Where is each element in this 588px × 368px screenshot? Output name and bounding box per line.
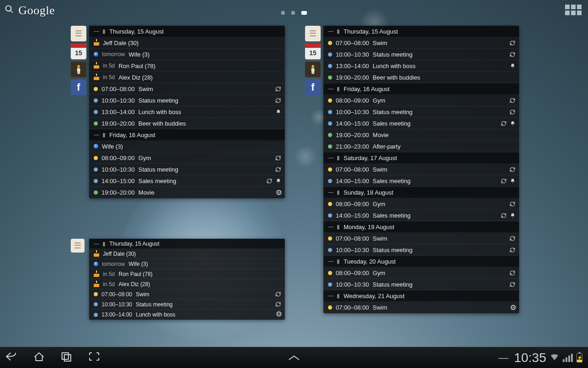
event-time: 10:00–10:30 bbox=[102, 97, 135, 104]
event-row[interactable]: 07:00–08:00Swim bbox=[323, 233, 519, 244]
event-row[interactable]: 10:00–10:30Status meeting bbox=[89, 299, 285, 310]
day-header[interactable]: —▮Thursday, 15 August bbox=[89, 26, 285, 37]
event-row[interactable]: 08:00–09:00Gym bbox=[323, 95, 519, 106]
contact-event-row[interactable]: Wife (3) bbox=[89, 141, 285, 152]
event-row[interactable]: 07:00–08:00Swim bbox=[323, 302, 519, 313]
event-time: 14:00–15:00 bbox=[336, 212, 369, 219]
birthday-cake-icon bbox=[94, 75, 99, 80]
event-row[interactable]: 13:00–14:00Lunch with boss bbox=[89, 310, 285, 320]
contact-event-row[interactable]: tomorrowWife (3) bbox=[89, 49, 285, 60]
event-row[interactable]: 07:00–08:00Swim bbox=[323, 164, 519, 175]
screenshot-button[interactable] bbox=[88, 351, 100, 364]
candle-icon[interactable]: 🕯️ bbox=[305, 62, 321, 77]
notes-icon[interactable]: ☰ bbox=[71, 26, 86, 41]
page-indicator[interactable] bbox=[281, 11, 307, 15]
day-header[interactable]: —▮Thursday, 15 August bbox=[323, 26, 519, 37]
clock[interactable]: 10:35 bbox=[514, 351, 546, 365]
birthday-row[interactable]: in 5dAlex Diz (28) bbox=[89, 72, 285, 83]
event-row[interactable]: 13:00–14:00Lunch with boss bbox=[89, 106, 285, 118]
day-label: Sunday, 18 August bbox=[344, 189, 515, 196]
event-row[interactable]: 07:00–08:00Swim bbox=[323, 37, 519, 49]
contact-event-row[interactable]: tomorrowWife (3) bbox=[89, 259, 285, 269]
event-row[interactable]: 10:00–10:30Status meeting bbox=[323, 49, 519, 60]
calendar-color-dot bbox=[328, 179, 332, 183]
event-row[interactable]: 19:00–20:00Beer with buddies bbox=[89, 118, 285, 129]
event-row[interactable]: 10:00–10:30Status meeting bbox=[323, 106, 519, 118]
event-row[interactable]: 14:00–15:00Sales meeting bbox=[323, 118, 519, 129]
event-row[interactable]: 10:00–10:30Status meeting bbox=[89, 164, 285, 175]
calendar-color-dot bbox=[328, 305, 332, 310]
day-header[interactable]: —▮Friday, 16 August bbox=[89, 129, 285, 141]
expand-arrow-icon[interactable] bbox=[287, 352, 301, 364]
event-row[interactable]: 14:00–15:00Sales meeting bbox=[323, 210, 519, 221]
day-header[interactable]: —▮Thursday, 15 August bbox=[89, 239, 285, 249]
facebook-icon[interactable]: f bbox=[305, 80, 321, 95]
notes-icon[interactable]: ☰ bbox=[71, 239, 85, 253]
birthday-row[interactable]: in 5dRon Paul (78) bbox=[89, 269, 285, 279]
day-header[interactable]: —▮Sunday, 18 August bbox=[323, 187, 519, 198]
calendar-color-dot bbox=[94, 121, 98, 126]
event-row[interactable]: 19:00–20:00Movie bbox=[89, 187, 285, 198]
calendar-color-dot bbox=[328, 213, 332, 218]
event-row[interactable]: 07:00–08:00Swim bbox=[89, 289, 285, 299]
event-row[interactable]: 08:00–09:00Gym bbox=[323, 267, 519, 279]
settings-gear-icon[interactable]: ⚙ bbox=[510, 303, 516, 312]
event-time: 10:00–10:30 bbox=[336, 281, 369, 288]
google-search[interactable]: Google bbox=[5, 4, 55, 17]
recurring-icon bbox=[509, 40, 515, 46]
event-row[interactable]: 10:00–10:30Status meeting bbox=[323, 279, 519, 290]
event-time: 07:00–08:00 bbox=[336, 40, 369, 46]
day-label: Monday, 19 August bbox=[344, 224, 515, 230]
recurring-icon bbox=[509, 167, 515, 172]
event-title: Swim bbox=[373, 40, 506, 46]
recurring-icon bbox=[509, 109, 515, 115]
event-row[interactable]: 21:00–23:00After-party bbox=[323, 141, 519, 152]
event-title: Sales meeting bbox=[373, 120, 497, 127]
event-row[interactable]: 14:00–15:00Sales meeting bbox=[89, 175, 285, 187]
event-time: 19:00–20:00 bbox=[102, 120, 135, 127]
settings-gear-icon[interactable]: ⚙ bbox=[276, 310, 282, 318]
birthday-cake-icon bbox=[94, 40, 99, 46]
day-header[interactable]: —▮Saturday, 17 August bbox=[323, 152, 519, 164]
back-button[interactable] bbox=[6, 351, 17, 364]
candle-icon[interactable]: 🕯️ bbox=[71, 62, 86, 77]
event-row[interactable]: 08:00–09:00Gym bbox=[323, 198, 519, 210]
day-header[interactable]: —▮Tuesday, 20 August bbox=[323, 256, 519, 267]
day-header[interactable]: —▮Wednesday, 21 August bbox=[323, 290, 519, 302]
event-title: Lunch with boss bbox=[138, 109, 272, 115]
birthday-row[interactable]: in 5dRon Paul (78) bbox=[89, 60, 285, 72]
when-prefix: in 5d bbox=[103, 271, 115, 277]
facebook-icon[interactable]: f bbox=[71, 80, 86, 95]
event-row[interactable]: 13:00–14:00Lunch with boss bbox=[323, 60, 519, 72]
event-row[interactable]: 19:00–20:00Beer with buddies bbox=[323, 72, 519, 83]
event-row[interactable]: 14:00–15:00Sales meeting bbox=[323, 175, 519, 187]
day-header[interactable]: —▮Friday, 16 August bbox=[323, 83, 519, 95]
event-row[interactable]: 08:00–09:00Gym bbox=[89, 152, 285, 164]
birthday-row[interactable]: Jeff Dale (30) bbox=[89, 37, 285, 49]
dash-icon: — bbox=[328, 189, 333, 196]
recurring-icon bbox=[266, 178, 272, 184]
event-time: 07:00–08:00 bbox=[336, 304, 369, 311]
event-time: 19:00–20:00 bbox=[336, 74, 369, 81]
event-row[interactable]: 07:00–08:00Swim bbox=[89, 83, 285, 95]
calendar-icon[interactable]: 15 bbox=[71, 44, 86, 59]
event-row[interactable]: 10:00–10:30Status meeting bbox=[323, 244, 519, 256]
dash-icon: — bbox=[328, 224, 333, 230]
calendar-color-dot bbox=[328, 52, 332, 57]
notes-icon[interactable]: ☰ bbox=[305, 26, 321, 41]
svg-line-1 bbox=[11, 11, 13, 13]
event-row[interactable]: 10:00–10:30Status meeting bbox=[89, 95, 285, 106]
birthday-row[interactable]: in 5dAlex Diz (28) bbox=[89, 279, 285, 289]
event-time: 19:00–20:00 bbox=[102, 189, 135, 196]
calendar-icon[interactable]: 15 bbox=[305, 44, 321, 59]
recents-button[interactable] bbox=[61, 351, 73, 364]
settings-gear-icon[interactable]: ⚙ bbox=[276, 188, 282, 197]
day-header[interactable]: —▮Monday, 19 August bbox=[323, 221, 519, 233]
birthday-row[interactable]: Jeff Dale (30) bbox=[89, 249, 285, 259]
day-label: Thursday, 15 August bbox=[344, 28, 515, 35]
event-row[interactable]: 19:00–20:00Movie bbox=[323, 129, 519, 141]
home-button[interactable] bbox=[33, 351, 45, 364]
event-title: Gym bbox=[373, 270, 506, 276]
event-time: 13:00–14:00 bbox=[102, 109, 135, 115]
apps-grid-icon[interactable] bbox=[565, 5, 582, 15]
